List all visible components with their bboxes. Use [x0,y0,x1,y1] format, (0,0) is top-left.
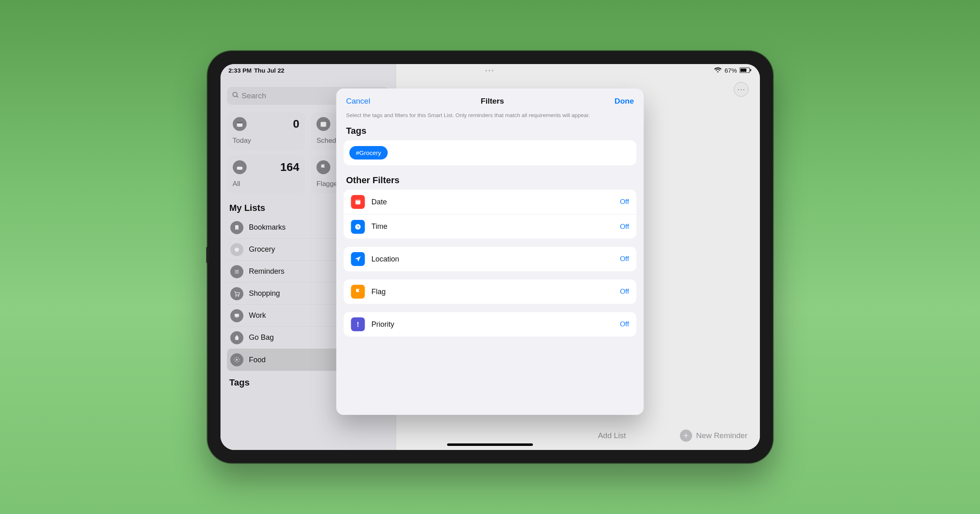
filter-value: Off [620,223,629,231]
tray-icon [233,160,247,174]
list-label: Bookmarks [249,223,286,232]
svg-point-13 [236,295,236,296]
filter-value: Off [620,320,629,328]
list-label: Work [249,311,266,320]
filter-row-flag[interactable]: Flag Off [344,279,637,304]
flag-icon [316,160,330,174]
card-count: 164 [280,161,299,174]
more-button[interactable]: ⋯ [734,82,748,97]
wifi-icon [714,67,722,73]
card-count: 0 [293,117,299,131]
gear-icon [230,353,243,366]
filter-label: Priority [372,320,394,329]
filter-row-location[interactable]: Location Off [344,247,637,271]
new-reminder-label: New Reminder [696,431,748,440]
grocery-icon [230,243,243,256]
list-label: Food [249,356,266,364]
priority-icon [351,317,365,331]
svg-rect-8 [237,167,243,170]
svg-rect-16 [236,317,238,317]
other-filters-title: Other Filters [336,173,644,190]
clock-icon [351,220,365,234]
svg-rect-2 [750,69,751,71]
list-icon [230,265,243,278]
filter-value: Off [620,198,629,206]
filter-group-priority: Priority Off [344,312,637,337]
filter-label: Time [372,222,388,231]
card-all[interactable]: 164 All [227,155,305,193]
svg-point-9 [234,247,239,252]
filters-modal: Cancel Filters Done Select the tags and … [336,89,644,415]
battery-percent: 67% [724,67,737,74]
modal-title: Filters [481,97,504,106]
tags-card: #Grocery [344,140,637,165]
svg-rect-1 [740,69,746,72]
cart-icon [230,287,243,300]
filter-row-time[interactable]: Time Off [344,214,637,239]
display-icon [230,309,243,322]
list-label: Reminders [249,267,285,276]
calendar-icon [351,195,365,209]
svg-rect-6 [237,122,243,124]
filter-group-flag: Flag Off [344,279,637,304]
cancel-button[interactable]: Cancel [346,97,370,106]
svg-rect-7 [321,122,326,127]
add-list-button[interactable]: Add List [598,431,626,440]
multitask-dots-icon[interactable]: ••• [485,67,495,74]
location-icon [351,252,365,266]
svg-rect-15 [234,314,239,317]
calendar-icon [316,117,330,131]
screen: 2:33 PM Thu Jul 22 67% ••• [220,64,760,450]
ipad-side-button [206,247,209,263]
tag-chip-grocery[interactable]: #Grocery [350,146,388,160]
card-today[interactable]: 0 Today [227,112,305,150]
modal-navbar: Cancel Filters Done [336,89,644,111]
svg-point-14 [238,295,239,296]
filter-value: Off [620,255,629,263]
flag-icon [351,285,365,299]
svg-rect-19 [356,200,361,201]
filter-row-date[interactable]: Date Off [344,190,637,214]
card-label: All [233,180,300,188]
tags-group-title: Tags [336,124,644,140]
filter-group-date-time: Date Off Time Off [344,190,637,239]
bookmark-icon [230,221,243,234]
calendar-icon [233,117,247,131]
status-date: Thu Jul 22 [254,67,284,74]
search-icon [232,91,239,101]
filter-row-priority[interactable]: Priority Off [344,312,637,337]
list-label: Go Bag [249,333,274,342]
new-reminder-button[interactable]: + New Reminder [680,430,748,442]
status-time: 2:33 PM [229,67,252,74]
battery-icon [739,67,752,73]
filter-value: Off [620,288,629,296]
svg-line-4 [236,96,238,97]
svg-point-17 [236,359,238,361]
bottom-toolbar: Add List + New Reminder [396,430,760,442]
card-label: Today [233,137,300,145]
ellipsis-icon: ⋯ [737,84,745,94]
filter-label: Flag [372,288,386,296]
done-button[interactable]: Done [615,97,634,106]
filter-label: Location [372,255,399,264]
search-placeholder: Search [242,91,266,100]
filter-group-location: Location Off [344,247,637,271]
ipad-frame: 2:33 PM Thu Jul 22 67% ••• [207,51,773,463]
filter-label: Date [372,198,387,206]
list-label: Shopping [249,289,280,298]
plus-circle-icon: + [680,430,692,442]
modal-help-text: Select the tags and filters for this Sma… [336,111,644,124]
home-indicator[interactable] [447,443,533,446]
svg-point-3 [233,92,237,97]
list-label: Grocery [249,245,275,254]
bag-icon [230,331,243,344]
